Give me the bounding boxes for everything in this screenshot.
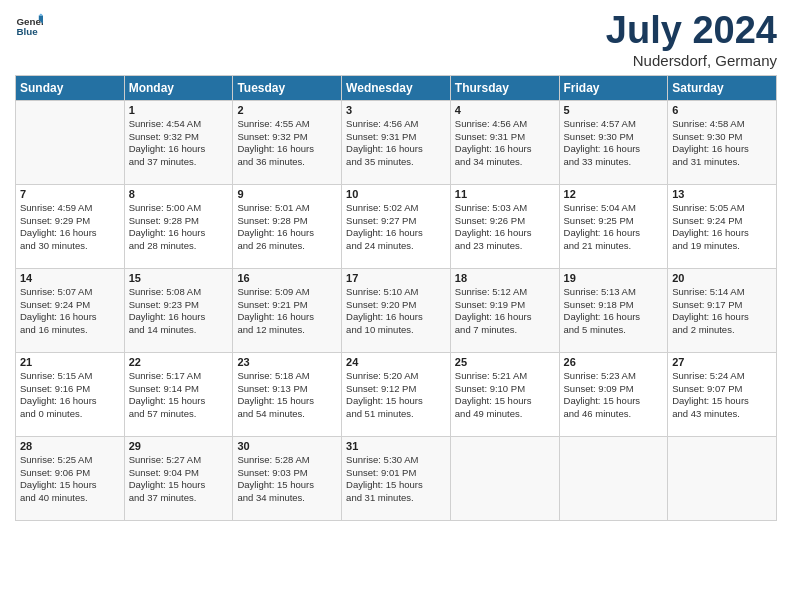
day-number: 29 [129,440,229,452]
cell-week4-day3: 24Sunrise: 5:20 AM Sunset: 9:12 PM Dayli… [342,352,451,436]
day-number: 24 [346,356,446,368]
cell-week1-day6: 6Sunrise: 4:58 AM Sunset: 9:30 PM Daylig… [668,100,777,184]
cell-week1-day0 [16,100,125,184]
day-number: 21 [20,356,120,368]
day-number: 10 [346,188,446,200]
cell-week4-day5: 26Sunrise: 5:23 AM Sunset: 9:09 PM Dayli… [559,352,668,436]
header-sunday: Sunday [16,75,125,100]
cell-week4-day4: 25Sunrise: 5:21 AM Sunset: 9:10 PM Dayli… [450,352,559,436]
day-info: Sunrise: 5:12 AM Sunset: 9:19 PM Dayligh… [455,286,555,337]
day-number: 1 [129,104,229,116]
header-friday: Friday [559,75,668,100]
day-info: Sunrise: 5:10 AM Sunset: 9:20 PM Dayligh… [346,286,446,337]
day-info: Sunrise: 5:30 AM Sunset: 9:01 PM Dayligh… [346,454,446,505]
day-info: Sunrise: 5:15 AM Sunset: 9:16 PM Dayligh… [20,370,120,421]
cell-week5-day3: 31Sunrise: 5:30 AM Sunset: 9:01 PM Dayli… [342,436,451,520]
month-title: July 2024 [606,10,777,52]
day-number: 5 [564,104,664,116]
cell-week4-day6: 27Sunrise: 5:24 AM Sunset: 9:07 PM Dayli… [668,352,777,436]
cell-week2-day1: 8Sunrise: 5:00 AM Sunset: 9:28 PM Daylig… [124,184,233,268]
week-row-5: 28Sunrise: 5:25 AM Sunset: 9:06 PM Dayli… [16,436,777,520]
cell-week2-day4: 11Sunrise: 5:03 AM Sunset: 9:26 PM Dayli… [450,184,559,268]
day-number: 8 [129,188,229,200]
day-info: Sunrise: 5:28 AM Sunset: 9:03 PM Dayligh… [237,454,337,505]
logo: General Blue [15,10,43,38]
cell-week3-day5: 19Sunrise: 5:13 AM Sunset: 9:18 PM Dayli… [559,268,668,352]
day-info: Sunrise: 5:00 AM Sunset: 9:28 PM Dayligh… [129,202,229,253]
logo-icon: General Blue [15,10,43,38]
day-info: Sunrise: 4:59 AM Sunset: 9:29 PM Dayligh… [20,202,120,253]
header-saturday: Saturday [668,75,777,100]
day-info: Sunrise: 5:08 AM Sunset: 9:23 PM Dayligh… [129,286,229,337]
cell-week3-day6: 20Sunrise: 5:14 AM Sunset: 9:17 PM Dayli… [668,268,777,352]
day-number: 4 [455,104,555,116]
cell-week3-day0: 14Sunrise: 5:07 AM Sunset: 9:24 PM Dayli… [16,268,125,352]
day-info: Sunrise: 5:05 AM Sunset: 9:24 PM Dayligh… [672,202,772,253]
day-info: Sunrise: 5:25 AM Sunset: 9:06 PM Dayligh… [20,454,120,505]
cell-week2-day2: 9Sunrise: 5:01 AM Sunset: 9:28 PM Daylig… [233,184,342,268]
day-number: 12 [564,188,664,200]
week-row-4: 21Sunrise: 5:15 AM Sunset: 9:16 PM Dayli… [16,352,777,436]
day-number: 15 [129,272,229,284]
day-info: Sunrise: 5:07 AM Sunset: 9:24 PM Dayligh… [20,286,120,337]
cell-week2-day5: 12Sunrise: 5:04 AM Sunset: 9:25 PM Dayli… [559,184,668,268]
location-title: Nudersdorf, Germany [606,52,777,69]
day-info: Sunrise: 5:04 AM Sunset: 9:25 PM Dayligh… [564,202,664,253]
cell-week4-day0: 21Sunrise: 5:15 AM Sunset: 9:16 PM Dayli… [16,352,125,436]
header: General Blue July 2024 Nudersdorf, Germa… [15,10,777,69]
week-row-3: 14Sunrise: 5:07 AM Sunset: 9:24 PM Dayli… [16,268,777,352]
cell-week3-day1: 15Sunrise: 5:08 AM Sunset: 9:23 PM Dayli… [124,268,233,352]
title-block: July 2024 Nudersdorf, Germany [606,10,777,69]
day-number: 26 [564,356,664,368]
svg-marker-3 [39,14,43,16]
day-info: Sunrise: 5:18 AM Sunset: 9:13 PM Dayligh… [237,370,337,421]
day-number: 19 [564,272,664,284]
main-container: General Blue July 2024 Nudersdorf, Germa… [0,0,792,531]
day-number: 16 [237,272,337,284]
cell-week3-day3: 17Sunrise: 5:10 AM Sunset: 9:20 PM Dayli… [342,268,451,352]
day-number: 3 [346,104,446,116]
day-info: Sunrise: 5:03 AM Sunset: 9:26 PM Dayligh… [455,202,555,253]
header-thursday: Thursday [450,75,559,100]
calendar-table: Sunday Monday Tuesday Wednesday Thursday… [15,75,777,521]
cell-week1-day3: 3Sunrise: 4:56 AM Sunset: 9:31 PM Daylig… [342,100,451,184]
day-number: 13 [672,188,772,200]
cell-week1-day4: 4Sunrise: 4:56 AM Sunset: 9:31 PM Daylig… [450,100,559,184]
day-number: 2 [237,104,337,116]
day-info: Sunrise: 5:21 AM Sunset: 9:10 PM Dayligh… [455,370,555,421]
day-number: 11 [455,188,555,200]
cell-week2-day0: 7Sunrise: 4:59 AM Sunset: 9:29 PM Daylig… [16,184,125,268]
day-number: 20 [672,272,772,284]
day-info: Sunrise: 5:23 AM Sunset: 9:09 PM Dayligh… [564,370,664,421]
week-row-1: 1Sunrise: 4:54 AM Sunset: 9:32 PM Daylig… [16,100,777,184]
cell-week5-day0: 28Sunrise: 5:25 AM Sunset: 9:06 PM Dayli… [16,436,125,520]
cell-week5-day5 [559,436,668,520]
cell-week5-day6 [668,436,777,520]
day-number: 7 [20,188,120,200]
day-info: Sunrise: 5:02 AM Sunset: 9:27 PM Dayligh… [346,202,446,253]
day-number: 22 [129,356,229,368]
cell-week1-day1: 1Sunrise: 4:54 AM Sunset: 9:32 PM Daylig… [124,100,233,184]
cell-week3-day4: 18Sunrise: 5:12 AM Sunset: 9:19 PM Dayli… [450,268,559,352]
day-info: Sunrise: 5:20 AM Sunset: 9:12 PM Dayligh… [346,370,446,421]
day-info: Sunrise: 5:27 AM Sunset: 9:04 PM Dayligh… [129,454,229,505]
day-info: Sunrise: 4:54 AM Sunset: 9:32 PM Dayligh… [129,118,229,169]
day-number: 14 [20,272,120,284]
day-info: Sunrise: 5:09 AM Sunset: 9:21 PM Dayligh… [237,286,337,337]
day-info: Sunrise: 5:14 AM Sunset: 9:17 PM Dayligh… [672,286,772,337]
cell-week2-day3: 10Sunrise: 5:02 AM Sunset: 9:27 PM Dayli… [342,184,451,268]
header-wednesday: Wednesday [342,75,451,100]
header-monday: Monday [124,75,233,100]
cell-week1-day5: 5Sunrise: 4:57 AM Sunset: 9:30 PM Daylig… [559,100,668,184]
day-number: 9 [237,188,337,200]
week-row-2: 7Sunrise: 4:59 AM Sunset: 9:29 PM Daylig… [16,184,777,268]
day-number: 25 [455,356,555,368]
day-number: 18 [455,272,555,284]
cell-week5-day4 [450,436,559,520]
cell-week4-day1: 22Sunrise: 5:17 AM Sunset: 9:14 PM Dayli… [124,352,233,436]
day-number: 17 [346,272,446,284]
day-info: Sunrise: 5:17 AM Sunset: 9:14 PM Dayligh… [129,370,229,421]
cell-week3-day2: 16Sunrise: 5:09 AM Sunset: 9:21 PM Dayli… [233,268,342,352]
day-info: Sunrise: 4:56 AM Sunset: 9:31 PM Dayligh… [346,118,446,169]
cell-week2-day6: 13Sunrise: 5:05 AM Sunset: 9:24 PM Dayli… [668,184,777,268]
